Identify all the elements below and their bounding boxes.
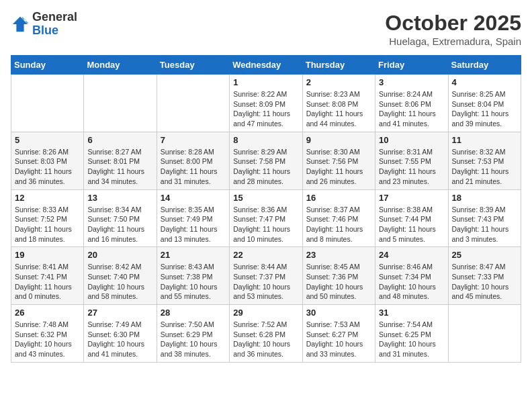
day-number: 20 (87, 250, 152, 260)
day-number: 25 (452, 250, 517, 260)
day-number: 22 (233, 250, 298, 260)
calendar-table: SundayMondayTuesdayWednesdayThursdayFrid… (11, 55, 521, 363)
day-number: 28 (161, 308, 226, 318)
logo-blue-text: Blue (32, 24, 58, 37)
day-info: Sunrise: 8:25 AMSunset: 8:04 PMDaylight:… (452, 89, 517, 129)
day-info: Sunrise: 8:43 AMSunset: 7:38 PMDaylight:… (161, 262, 226, 302)
calendar-cell: 11Sunrise: 8:32 AMSunset: 7:53 PMDayligh… (448, 132, 521, 189)
calendar-cell (11, 75, 84, 132)
day-number: 19 (15, 250, 80, 260)
day-number: 26 (15, 308, 80, 318)
day-info: Sunrise: 8:45 AMSunset: 7:36 PMDaylight:… (306, 262, 371, 302)
day-number: 5 (15, 135, 80, 145)
day-info: Sunrise: 8:38 AMSunset: 7:44 PMDaylight:… (379, 205, 444, 244)
calendar-cell: 28Sunrise: 7:50 AMSunset: 6:29 PMDayligh… (157, 305, 229, 363)
day-number: 23 (306, 250, 371, 260)
day-header-tuesday: Tuesday (157, 56, 229, 75)
day-number: 15 (233, 193, 298, 203)
calendar-cell: 2Sunrise: 8:23 AMSunset: 8:08 PMDaylight… (302, 75, 375, 132)
day-number: 1 (233, 77, 298, 87)
day-number: 6 (87, 135, 152, 145)
day-number: 16 (306, 193, 371, 203)
calendar-cell: 23Sunrise: 8:45 AMSunset: 7:36 PMDayligh… (302, 247, 375, 305)
day-info: Sunrise: 8:35 AMSunset: 7:49 PMDaylight:… (161, 205, 226, 244)
day-info: Sunrise: 7:48 AMSunset: 6:32 PMDaylight:… (15, 320, 80, 359)
day-number: 7 (161, 135, 226, 145)
day-info: Sunrise: 8:42 AMSunset: 7:40 PMDaylight:… (87, 262, 152, 302)
day-info: Sunrise: 7:49 AMSunset: 6:30 PMDaylight:… (87, 320, 152, 359)
week-row-4: 19Sunrise: 8:41 AMSunset: 7:41 PMDayligh… (11, 247, 521, 305)
day-info: Sunrise: 7:54 AMSunset: 6:25 PMDaylight:… (379, 320, 444, 359)
location-title: Huelaga, Extremadura, Spain (385, 36, 521, 47)
day-info: Sunrise: 8:29 AMSunset: 7:58 PMDaylight:… (233, 147, 298, 187)
day-number: 9 (306, 135, 371, 145)
calendar-cell: 30Sunrise: 7:53 AMSunset: 6:27 PMDayligh… (302, 305, 375, 363)
day-info: Sunrise: 8:36 AMSunset: 7:47 PMDaylight:… (233, 205, 298, 244)
day-number: 30 (306, 308, 371, 318)
calendar-cell: 24Sunrise: 8:46 AMSunset: 7:34 PMDayligh… (375, 247, 448, 305)
calendar-cell: 9Sunrise: 8:30 AMSunset: 7:56 PMDaylight… (302, 132, 375, 189)
logo-general-text: General (32, 10, 77, 24)
day-info: Sunrise: 8:22 AMSunset: 8:09 PMDaylight:… (233, 89, 298, 129)
calendar-cell: 4Sunrise: 8:25 AMSunset: 8:04 PMDaylight… (448, 75, 521, 132)
week-row-2: 5Sunrise: 8:26 AMSunset: 8:03 PMDaylight… (11, 132, 521, 189)
day-info: Sunrise: 8:34 AMSunset: 7:50 PMDaylight:… (87, 205, 152, 244)
calendar-cell: 3Sunrise: 8:24 AMSunset: 8:06 PMDaylight… (375, 75, 448, 132)
day-info: Sunrise: 8:33 AMSunset: 7:52 PMDaylight:… (15, 205, 80, 244)
calendar-cell (157, 75, 229, 132)
svg-marker-0 (13, 17, 28, 32)
day-header-monday: Monday (84, 56, 157, 75)
calendar-cell: 8Sunrise: 8:29 AMSunset: 7:58 PMDaylight… (230, 132, 302, 189)
title-area: October 2025 Huelaga, Extremadura, Spain (385, 11, 521, 47)
day-info: Sunrise: 8:44 AMSunset: 7:37 PMDaylight:… (233, 262, 298, 302)
page-header: General Blue October 2025 Huelaga, Extre… (11, 11, 521, 47)
day-number: 29 (233, 308, 298, 318)
day-number: 2 (306, 77, 371, 87)
day-number: 11 (452, 135, 517, 145)
calendar-cell: 14Sunrise: 8:35 AMSunset: 7:49 PMDayligh… (157, 189, 229, 247)
calendar-cell: 29Sunrise: 7:52 AMSunset: 6:28 PMDayligh… (230, 305, 302, 363)
calendar-cell: 16Sunrise: 8:37 AMSunset: 7:46 PMDayligh… (302, 189, 375, 247)
week-row-1: 1Sunrise: 8:22 AMSunset: 8:09 PMDaylight… (11, 75, 521, 132)
day-info: Sunrise: 7:52 AMSunset: 6:28 PMDaylight:… (233, 320, 298, 359)
calendar-cell: 13Sunrise: 8:34 AMSunset: 7:50 PMDayligh… (84, 189, 157, 247)
day-info: Sunrise: 8:32 AMSunset: 7:53 PMDaylight:… (452, 147, 517, 187)
logo-icon (11, 15, 30, 34)
day-number: 18 (452, 193, 517, 203)
day-header-wednesday: Wednesday (230, 56, 302, 75)
day-number: 8 (233, 135, 298, 145)
logo: General Blue (11, 11, 77, 38)
day-number: 24 (379, 250, 444, 260)
calendar-cell (448, 305, 521, 363)
week-row-3: 12Sunrise: 8:33 AMSunset: 7:52 PMDayligh… (11, 189, 521, 247)
calendar-cell: 19Sunrise: 8:41 AMSunset: 7:41 PMDayligh… (11, 247, 84, 305)
calendar-cell: 5Sunrise: 8:26 AMSunset: 8:03 PMDaylight… (11, 132, 84, 189)
day-info: Sunrise: 8:46 AMSunset: 7:34 PMDaylight:… (379, 262, 444, 302)
calendar-cell: 12Sunrise: 8:33 AMSunset: 7:52 PMDayligh… (11, 189, 84, 247)
day-info: Sunrise: 8:47 AMSunset: 7:33 PMDaylight:… (452, 262, 517, 302)
day-number: 14 (161, 193, 226, 203)
calendar-cell: 27Sunrise: 7:49 AMSunset: 6:30 PMDayligh… (84, 305, 157, 363)
day-number: 13 (87, 193, 152, 203)
calendar-cell: 25Sunrise: 8:47 AMSunset: 7:33 PMDayligh… (448, 247, 521, 305)
day-info: Sunrise: 8:23 AMSunset: 8:08 PMDaylight:… (306, 89, 371, 129)
day-info: Sunrise: 8:31 AMSunset: 7:55 PMDaylight:… (379, 147, 444, 187)
day-number: 4 (452, 77, 517, 87)
day-info: Sunrise: 8:24 AMSunset: 8:06 PMDaylight:… (379, 89, 444, 129)
day-info: Sunrise: 8:41 AMSunset: 7:41 PMDaylight:… (15, 262, 80, 302)
calendar-cell: 31Sunrise: 7:54 AMSunset: 6:25 PMDayligh… (375, 305, 448, 363)
calendar-cell: 1Sunrise: 8:22 AMSunset: 8:09 PMDaylight… (230, 75, 302, 132)
calendar-cell: 15Sunrise: 8:36 AMSunset: 7:47 PMDayligh… (230, 189, 302, 247)
calendar-cell: 18Sunrise: 8:39 AMSunset: 7:43 PMDayligh… (448, 189, 521, 247)
calendar-cell: 26Sunrise: 7:48 AMSunset: 6:32 PMDayligh… (11, 305, 84, 363)
day-info: Sunrise: 8:27 AMSunset: 8:01 PMDaylight:… (87, 147, 152, 187)
day-header-thursday: Thursday (302, 56, 375, 75)
calendar-cell: 20Sunrise: 8:42 AMSunset: 7:40 PMDayligh… (84, 247, 157, 305)
day-header-friday: Friday (375, 56, 448, 75)
calendar-cell (84, 75, 157, 132)
calendar-cell: 6Sunrise: 8:27 AMSunset: 8:01 PMDaylight… (84, 132, 157, 189)
day-number: 21 (161, 250, 226, 260)
calendar-cell: 22Sunrise: 8:44 AMSunset: 7:37 PMDayligh… (230, 247, 302, 305)
day-header-saturday: Saturday (448, 56, 521, 75)
day-number: 3 (379, 77, 444, 87)
